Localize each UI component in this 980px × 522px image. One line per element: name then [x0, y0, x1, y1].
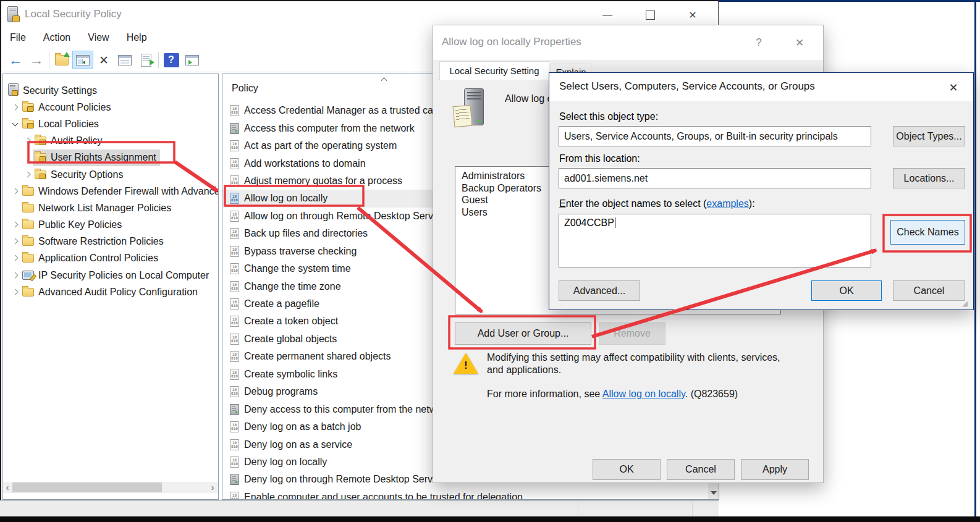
maximize-button[interactable]	[638, 7, 662, 22]
policy-item[interactable]: 10010Enable computer and user accounts t…	[222, 489, 719, 500]
cancel-button[interactable]: Cancel	[667, 459, 735, 480]
new-window-button[interactable]	[182, 51, 203, 69]
policy-doc-icon: 10010	[230, 246, 239, 257]
location-field[interactable]: ad001.siemens.net	[559, 168, 871, 188]
policy-paper-icon	[453, 105, 473, 127]
tree-item-ip-security-policies[interactable]: IP Security Policies on Local Computer	[3, 267, 218, 284]
tree-item-security-options[interactable]: Security Options	[3, 166, 218, 183]
dialog-close-button[interactable]: ✕	[941, 78, 966, 97]
screen: Local Security Policy — ✕ File Action Vi…	[0, 0, 980, 522]
tree-item-network-list-manager[interactable]: Network List Manager Policies	[3, 200, 218, 216]
locations-button[interactable]: Locations...	[893, 168, 965, 188]
title-bar[interactable]: Local Security Policy — ✕	[1, 1, 718, 27]
folder-lock-icon	[35, 153, 46, 162]
chevron-right-icon[interactable]	[11, 271, 20, 280]
folder-lock-icon	[35, 170, 46, 179]
folder-lock-icon	[22, 120, 34, 128]
help-button[interactable]: ?	[161, 51, 182, 69]
resize-grip-icon[interactable]: ◢	[962, 299, 968, 308]
tree-item-audit-policy[interactable]: Audit Policy	[3, 133, 218, 149]
chevron-right-icon[interactable]	[11, 287, 20, 297]
chevron-right-icon[interactable]	[11, 253, 20, 263]
policy-doc-icon: 10010	[230, 457, 239, 468]
folder-lock-icon	[35, 137, 46, 145]
export-list-button[interactable]	[135, 51, 156, 69]
tree-item-local-policies[interactable]: Local Policies	[3, 116, 218, 132]
chevron-right-icon[interactable]	[11, 220, 20, 230]
scroll-left-icon[interactable]: ‹	[3, 482, 12, 493]
folder-lock-icon	[22, 103, 34, 112]
tree-item-advanced-audit-policy[interactable]: Advanced Audit Policy Configuration	[3, 284, 218, 300]
chevron-right-icon[interactable]	[11, 103, 20, 112]
chevron-right-icon[interactable]	[23, 136, 33, 146]
dialog-title-bar[interactable]: Allow log on locally Properties ? ✕	[433, 25, 823, 60]
policy-doc-icon: 10010	[230, 211, 239, 222]
object-type-label: Select this object type:	[559, 111, 658, 122]
chevron-right-icon[interactable]	[23, 170, 33, 180]
back-button[interactable]: ←	[5, 51, 26, 69]
tree-item-application-control[interactable]: Application Control Policies	[3, 250, 218, 267]
object-type-field[interactable]: Users, Service Accounts, Groups, or Buil…	[559, 126, 871, 146]
menu-help[interactable]: Help	[118, 30, 156, 46]
policy-doc-icon: 10010	[230, 105, 239, 116]
policy-doc-icon: 10010	[230, 228, 239, 239]
policy-doc-icon: 10010	[230, 263, 239, 274]
remove-button: Remove	[599, 322, 665, 345]
tree-item-user-rights-assignment[interactable]: User Rights Assignment	[3, 149, 218, 166]
back-icon: ←	[9, 52, 23, 69]
minimize-button[interactable]: —	[596, 7, 619, 22]
apply-button[interactable]: Apply	[741, 459, 809, 480]
tree-item-account-policies[interactable]: Account Policies	[3, 99, 218, 116]
allow-log-on-locally-link[interactable]: Allow log on locally	[602, 389, 685, 399]
location-label: From this location:	[559, 153, 640, 164]
object-types-button[interactable]: Object Types...	[893, 126, 965, 146]
chevron-right-icon[interactable]	[11, 187, 20, 196]
new-window-icon	[185, 55, 199, 65]
add-user-or-group-button[interactable]: Add User or Group...	[455, 322, 591, 345]
network-policy-icon	[230, 123, 239, 134]
chevron-none	[11, 203, 20, 213]
tree-item-software-restriction[interactable]: Software Restriction Policies	[3, 234, 218, 250]
folder-icon	[22, 254, 34, 263]
export-folder-icon	[55, 55, 69, 65]
status-bar	[0, 500, 719, 516]
policy-doc-icon: 10010	[230, 140, 239, 151]
delete-icon: ✕	[99, 53, 109, 67]
properties-button[interactable]	[114, 51, 135, 69]
dialog-close-button[interactable]: ✕	[789, 34, 810, 51]
delete-button[interactable]: ✕	[93, 51, 114, 69]
examples-link[interactable]: examples	[706, 198, 748, 209]
dialog-title-bar[interactable]: Select Users, Computers, Service Account…	[549, 73, 973, 101]
check-names-button[interactable]: Check Names	[890, 220, 965, 245]
cancel-button[interactable]: Cancel	[893, 280, 965, 301]
chevron-right-icon[interactable]	[11, 237, 20, 246]
policy-doc-icon: 10010	[230, 334, 239, 345]
menu-action[interactable]: Action	[35, 30, 79, 46]
folder-icon	[22, 237, 34, 246]
export-folder-button[interactable]	[51, 51, 72, 69]
help-icon: ?	[164, 53, 179, 67]
ok-button[interactable]: OK	[593, 459, 661, 480]
scroll-right-icon[interactable]: ›	[208, 482, 217, 493]
tree-item-windows-defender-firewall[interactable]: Windows Defender Firewall with Advanced …	[3, 183, 218, 200]
policy-doc-icon: 10010	[230, 158, 239, 169]
horizontal-scrollbar[interactable]: ‹ ›	[3, 482, 218, 493]
tab-local-security-setting[interactable]: Local Security Setting	[439, 61, 549, 80]
chevron-down-icon[interactable]	[11, 119, 20, 129]
object-names-input[interactable]: Z004CCBP	[559, 214, 871, 267]
network-policy-icon	[230, 474, 239, 485]
menu-view[interactable]: View	[79, 30, 117, 46]
advanced-button[interactable]: Advanced...	[559, 280, 640, 301]
ok-button[interactable]: OK	[811, 280, 882, 301]
menu-file[interactable]: File	[7, 30, 35, 46]
show-console-tree-button[interactable]	[72, 51, 93, 69]
sort-ascending-icon	[382, 77, 387, 82]
dialog-help-button[interactable]: ?	[748, 34, 769, 51]
background-window-border	[974, 0, 976, 516]
tree-item-public-key-policies[interactable]: Public Key Policies	[3, 217, 218, 234]
forward-button[interactable]: →	[26, 51, 47, 69]
close-button[interactable]: ✕	[681, 7, 704, 22]
scrollbar-thumb[interactable]	[12, 482, 162, 492]
tree-item-security-settings[interactable]: Security Settings	[3, 82, 218, 99]
dialog-title: Select Users, Computers, Service Account…	[559, 80, 815, 93]
